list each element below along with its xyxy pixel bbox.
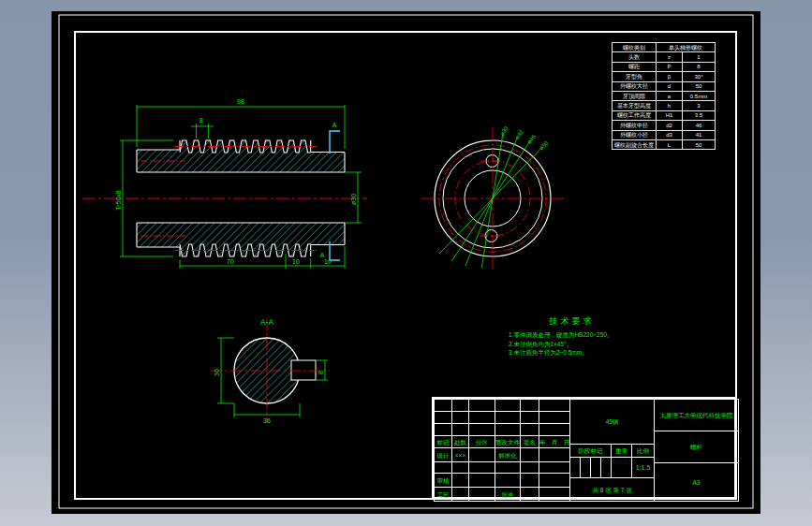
param-label: 牙型角 <box>613 72 657 81</box>
dim-thread-length: 70 <box>227 258 234 265</box>
design-row: 设计 ××× 标准化 <box>435 448 570 462</box>
technical-requirements: 技术要求 1.零件调质处理，硬度为HB220~250。 2.未注倒角均为1×45… <box>509 315 635 358</box>
dim-pitch: 8 <box>199 117 203 124</box>
section-title: A-A <box>260 317 274 327</box>
param-symbol: d2 <box>657 121 683 130</box>
param-row: 外螺纹大径d50 <box>613 81 716 91</box>
cad-application-background: 98 8 Tr50x8 ø30 70 10 10 A A <box>0 0 812 526</box>
param-row: 牙顶间隙a0.5mm <box>613 91 716 100</box>
param-symbol: d <box>657 81 683 91</box>
part-name: 螺杆 <box>655 431 739 463</box>
param-symbol: β <box>657 72 683 81</box>
dim-bore: ø30 <box>350 194 357 205</box>
thread-parameter-table: 螺纹类别单头梯形螺纹 头数z1 螺距P8 牙型角β30° 外螺纹大径d50 牙顶… <box>612 42 716 150</box>
section-aa-view: A-A 30 36 8 <box>211 317 330 424</box>
section-dim-height: 30 <box>214 369 220 376</box>
main-section-view: 98 8 Tr50x8 ø30 70 10 10 A A <box>82 98 367 269</box>
title-block-revision-grid: 标记 处数 分区 更改文件号 签名 年、月、日 设计 ××× 标准化 审核 工艺 <box>434 399 570 502</box>
param-row: 螺纹工作高度H13.5 <box>613 110 716 120</box>
process-row: 工艺 批准 <box>435 488 570 502</box>
param-symbol: h <box>657 101 683 110</box>
leader-label-pitchdia: ø46 <box>526 133 538 144</box>
section-dim-tab: 8 <box>317 371 324 374</box>
leader-label-major: ø50 <box>539 139 550 151</box>
front-leader-labels: ø30 ø42 ø46 ø50 <box>499 124 550 151</box>
param-row: 螺纹类别单头梯形螺纹 <box>613 43 716 52</box>
dim-collar: 10 <box>324 258 332 265</box>
scale-value: 1:1.5 <box>632 458 655 478</box>
tech-req-line: 3.未注圆角半径为2~0.5mm。 <box>509 348 635 358</box>
check-label: 审核 <box>435 474 452 488</box>
dim-runout: 10 <box>292 258 300 265</box>
process-label: 工艺 <box>435 488 452 502</box>
param-value: 8 <box>683 62 716 71</box>
paper-size: A3 <box>655 463 739 502</box>
stage-label: 阶段标记 <box>570 445 612 458</box>
standard-label: 标准化 <box>495 448 521 462</box>
param-symbol: L <box>657 139 683 149</box>
param-value: 0.5mm <box>683 91 716 100</box>
material: 45钢 <box>570 400 655 445</box>
param-symbol: a <box>657 91 683 100</box>
section-letter-top: A <box>332 122 337 128</box>
param-label: 螺距 <box>613 62 657 71</box>
param-value: 30° <box>683 72 716 81</box>
param-symbol: P <box>657 62 683 71</box>
param-value: 单头梯形螺纹 <box>657 43 716 52</box>
param-symbol: d3 <box>657 130 683 139</box>
rev-header: 年、月、日 <box>539 436 570 448</box>
check-row: 审核 <box>435 474 570 488</box>
param-value: 50 <box>683 81 716 91</box>
leader-label-minor: ø42 <box>514 128 524 139</box>
param-value: 3 <box>683 101 716 110</box>
title-block: 标记 处数 分区 更改文件号 签名 年、月、日 设计 ××× 标准化 审核 工艺 <box>432 397 736 499</box>
section-letter-bottom: A <box>320 252 325 258</box>
param-label: 螺纹类别 <box>613 43 657 52</box>
param-symbol: z <box>657 52 683 62</box>
param-value: 3.5 <box>683 110 716 120</box>
revision-header-row: 标记 处数 分区 更改文件号 签名 年、月、日 <box>435 436 570 448</box>
company-name: 太原理工大学现代科技学院 <box>655 400 739 431</box>
param-value: 1 <box>683 52 716 62</box>
param-row: 螺距P8 <box>613 62 716 71</box>
tech-req-title: 技术要求 <box>509 315 635 328</box>
design-signature: ××× <box>452 448 469 462</box>
param-value: 50 <box>683 139 716 149</box>
section-tab <box>291 360 316 380</box>
param-row: 牙型角β30° <box>613 72 716 81</box>
scale-label: 比例 <box>632 445 655 458</box>
param-label: 基本牙型高度 <box>613 101 657 110</box>
param-row: 外螺纹小径d341 <box>613 130 716 139</box>
rev-header: 标记 <box>435 436 452 448</box>
title-block-right-grid: 太原理工大学现代科技学院 螺杆 A3 <box>654 399 739 502</box>
param-row: 基本牙型高度h3 <box>613 101 716 110</box>
title-block-middle-grid: 45钢 阶段标记 重量 比例 1:1.5 共 8 张 第 7 张 <box>569 399 655 502</box>
tech-req-line: 1.零件调质处理，硬度为HB220~250。 <box>509 330 635 340</box>
param-row: 头数z1 <box>613 52 716 62</box>
param-row: 螺纹副旋合长度L50 <box>613 139 716 149</box>
rev-header: 更改文件号 <box>495 436 521 448</box>
param-label: 螺纹工作高度 <box>613 110 657 120</box>
leader-label-bore: ø30 <box>499 124 509 137</box>
param-value: 46 <box>683 121 716 130</box>
sheet-info: 共 8 张 第 7 张 <box>570 478 655 502</box>
param-value: 41 <box>683 130 716 139</box>
param-symbol: H1 <box>657 110 683 120</box>
approve-label: 批准 <box>495 488 521 502</box>
dim-overall-length: 98 <box>237 98 244 105</box>
param-label: 外螺纹中径 <box>613 121 657 130</box>
dim-thread-spec: Tr50x8 <box>115 190 122 211</box>
param-label: 螺纹副旋合长度 <box>613 139 657 149</box>
param-label: 外螺纹大径 <box>613 81 657 91</box>
param-label: 头数 <box>613 52 657 62</box>
param-row: 外螺纹中径d246 <box>613 121 716 130</box>
design-label: 设计 <box>435 448 452 462</box>
tech-req-line: 2.未注倒角均为1×45°。 <box>509 340 635 349</box>
param-label: 牙顶间隙 <box>613 91 657 100</box>
section-dim-width: 36 <box>263 417 271 424</box>
weight-label: 重量 <box>612 445 632 458</box>
rev-header: 处数 <box>452 436 469 448</box>
rev-header: 签名 <box>521 436 539 448</box>
rev-header: 分区 <box>469 436 495 448</box>
front-view: ø30 ø42 ø46 ø50 <box>421 124 566 271</box>
